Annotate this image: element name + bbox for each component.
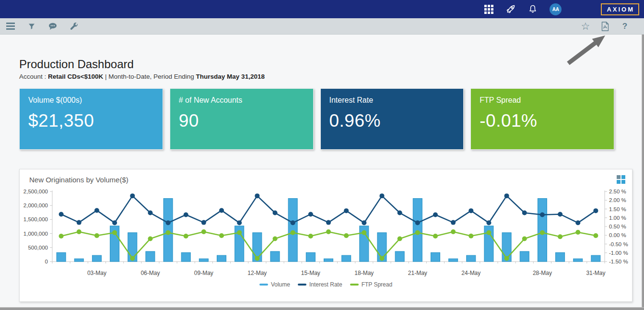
kpi-value: 0.96%: [329, 111, 455, 131]
svg-text:24-May: 24-May: [461, 270, 480, 276]
legend-swatch-interest-rate: [298, 284, 306, 286]
chart-title: New Originations by Volume($): [29, 176, 129, 184]
legend-item-interest-rate[interactable]: Interest Rate: [298, 281, 342, 288]
filter-funnel-icon[interactable]: [27, 22, 36, 31]
svg-text:15-May: 15-May: [301, 270, 320, 276]
svg-text:-1.50 %: -1.50 %: [609, 259, 628, 264]
svg-text:0: 0: [45, 259, 48, 264]
kpi-card-ftp-spread[interactable]: FTP Spread -0.01%: [470, 88, 614, 150]
page-title: Production Dashboard: [19, 58, 134, 71]
annotation-arrow: [556, 29, 614, 72]
chart-legend: Volume Interest Rate FTP Spread: [20, 281, 632, 288]
svg-text:2,500,000: 2,500,000: [23, 189, 48, 194]
tools-wrench-icon[interactable]: [69, 22, 79, 31]
legend-swatch-volume: [259, 284, 268, 286]
kpi-value: 90: [179, 111, 304, 131]
svg-text:18-May: 18-May: [354, 270, 374, 276]
svg-text:09-May: 09-May: [194, 270, 213, 276]
svg-text:03-May: 03-May: [87, 270, 106, 276]
origination-chart: 0500,0001,000,0001,500,0002,000,0002,500…: [20, 185, 632, 281]
svg-text:28-May: 28-May: [533, 270, 552, 276]
window-bottom-edge: [0, 307, 644, 310]
notifications-bell-icon[interactable]: [527, 4, 538, 14]
secondary-toolbar: ☆ ?: [0, 18, 644, 35]
svg-text:1,500,000: 1,500,000: [23, 216, 48, 222]
kpi-card-volume[interactable]: Volume $(000s) $21,350: [19, 88, 163, 150]
svg-text:21-May: 21-May: [408, 270, 427, 276]
rocket-icon[interactable]: [505, 4, 516, 14]
subtitle-account-prefix: Account :: [19, 73, 48, 80]
svg-text:1.50 %: 1.50 %: [609, 206, 626, 212]
svg-text:0.50 %: 0.50 %: [609, 224, 626, 229]
page-subtitle: Account : Retail CDs<$100K | Month-to-Da…: [19, 73, 265, 80]
app-launcher-grid-icon[interactable]: [483, 4, 494, 14]
svg-text:2.00 %: 2.00 %: [609, 197, 626, 203]
svg-text:0.00 %: 0.00 %: [609, 232, 626, 238]
kpi-card-row: Volume $(000s) $21,350 # of New Accounts…: [19, 88, 614, 150]
window-right-edge: [642, 35, 644, 307]
legend-item-volume[interactable]: Volume: [259, 281, 290, 288]
svg-text:500,000: 500,000: [28, 245, 48, 250]
legend-label: Volume: [271, 281, 290, 288]
originations-chart-card: New Originations by Volume($) 0500,0001,…: [19, 169, 632, 302]
kpi-card-new-accounts[interactable]: # of New Accounts 90: [170, 88, 314, 150]
kpi-label: FTP Spread: [480, 96, 605, 105]
legend-label: Interest Rate: [309, 281, 342, 288]
axiom-logo: AXIOM: [601, 3, 639, 15]
subtitle-period-prefix: | Month-to-Date, Period Ending: [103, 73, 196, 80]
legend-item-ftp-spread[interactable]: FTP Spread: [350, 281, 392, 288]
svg-text:2.50 %: 2.50 %: [609, 189, 626, 194]
svg-text:12-May: 12-May: [247, 270, 267, 276]
legend-label: FTP Spread: [362, 281, 392, 288]
menu-hamburger-icon[interactable]: [6, 22, 15, 31]
svg-text:-1.00 %: -1.00 %: [609, 250, 628, 256]
legend-swatch-ftp-spread: [350, 284, 359, 286]
svg-text:2,000,000: 2,000,000: [23, 203, 48, 208]
top-navigation-bar: AA AXIOM: [0, 0, 644, 18]
kpi-card-interest-rate[interactable]: Interest Rate 0.96%: [320, 88, 464, 150]
help-icon[interactable]: ?: [620, 22, 630, 31]
kpi-label: Interest Rate: [329, 96, 455, 105]
svg-text:1.00 %: 1.00 %: [609, 215, 626, 221]
user-avatar[interactable]: AA: [550, 3, 562, 15]
kpi-label: # of New Accounts: [179, 96, 304, 105]
kpi-label: Volume $(000s): [28, 96, 154, 105]
comments-chat-icon[interactable]: [48, 22, 58, 31]
svg-text:-0.50 %: -0.50 %: [609, 241, 628, 247]
subtitle-period-ending: Thursday May 31,2018: [196, 73, 265, 80]
kpi-value: -0.01%: [480, 111, 605, 131]
svg-text:1,000,000: 1,000,000: [23, 231, 48, 237]
kpi-value: $21,350: [28, 111, 154, 131]
svg-text:06-May: 06-May: [141, 270, 160, 276]
subtitle-account-name: Retail CDs<$100K: [48, 73, 103, 80]
svg-text:31-May: 31-May: [586, 270, 605, 276]
chart-table-toggle-icon[interactable]: [617, 175, 625, 184]
